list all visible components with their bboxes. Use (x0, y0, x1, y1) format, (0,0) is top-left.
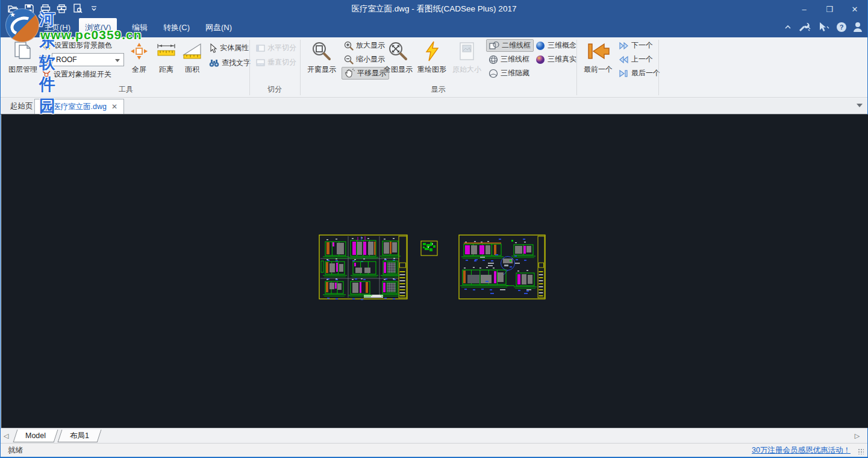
zoom-in-button[interactable]: 放大显示 (342, 39, 387, 52)
nav-last-button[interactable]: 最后一个 (616, 67, 663, 80)
collapse-ribbon-icon[interactable] (784, 25, 792, 30)
osnap-toggle-button[interactable]: 设置对象捕捉开关 (39, 68, 114, 81)
measure-area-button[interactable]: 面积 (180, 39, 204, 82)
window-controls: – ❒ ✕ (792, 0, 867, 18)
first-arrow-icon (586, 39, 610, 64)
group-label-display: 显示 (300, 84, 576, 95)
active-document-name: 医疗室立面.dwg (53, 102, 107, 112)
magnifier-fit-icon (388, 39, 408, 64)
cad-drawing (1, 114, 868, 428)
fullscreen-expand-icon (130, 39, 148, 64)
menu-home[interactable]: 主页(H) (38, 18, 76, 37)
fullscreen-button[interactable]: 全屏 (126, 39, 152, 82)
menu-file[interactable]: 文件 (5, 18, 33, 37)
dwg-file-icon (40, 102, 49, 111)
measure-distance-button[interactable]: 距离 (154, 39, 179, 82)
cursor-arrow-icon (209, 43, 217, 53)
status-bar: 就绪 30万注册会员感恩优惠活动！ (1, 443, 867, 457)
triangle-area-icon (183, 39, 202, 64)
menu-bar: 文件 主页(H) 浏览(V) 编辑 转换(C) 网盘(N) ? (1, 18, 867, 37)
group-label-tools: 工具 (5, 84, 246, 95)
tab-model[interactable]: Model (13, 430, 58, 442)
entity-properties-button[interactable]: 实体属性 (207, 42, 251, 54)
ribbon-right-tools: ? (784, 22, 863, 33)
pan-hand-icon (345, 69, 355, 78)
ruler-distance-icon (157, 39, 176, 64)
wireframe-2d-icon (489, 41, 499, 50)
close-button[interactable]: ✕ (842, 0, 867, 18)
original-size-icon (458, 39, 475, 64)
user-account-icon[interactable] (853, 22, 863, 33)
help-icon[interactable]: ? (836, 22, 847, 33)
layers-pages-icon (13, 39, 33, 64)
menu-netdisk[interactable]: 网盘(N) (199, 18, 238, 37)
concept-3d-button[interactable]: 三维概念 (533, 39, 579, 52)
zoom-out-icon (344, 55, 354, 64)
title-bar: 医疗室立面.dwg - 看图纸(CADSee Plus) 2017 – ❒ ✕ (1, 0, 867, 18)
layout-scroll-left-icon[interactable]: ◁ (1, 432, 11, 440)
zoom-in-icon (344, 41, 354, 51)
realistic-3d-button[interactable]: 三维真实 (533, 53, 579, 66)
magnifier-window-icon (311, 39, 332, 64)
wireframe-3d-icon (489, 55, 498, 64)
app-window: 医疗室立面.dwg - 看图纸(CADSee Plus) 2017 – ❒ ✕ … (0, 0, 868, 458)
snap-crosshair-icon (42, 70, 51, 80)
prev-chevrons-icon (619, 55, 629, 64)
redraw-button[interactable]: 重绘图形 (416, 39, 448, 82)
layout-scroll-right-icon[interactable]: ▷ (852, 432, 863, 440)
nav-next-button[interactable]: 下一个 (616, 39, 655, 52)
wireframe-2d-button[interactable]: 二维线框 (486, 39, 534, 52)
minimize-button[interactable]: – (792, 0, 817, 18)
set-bg-color-button[interactable]: 设置图形背景颜色 (39, 39, 114, 52)
window-title: 医疗室立面.dwg - 看图纸(CADSee Plus) 2017 (1, 0, 867, 18)
layer-select[interactable]: ROOF (52, 53, 124, 66)
last-arrow-icon (619, 69, 629, 78)
next-chevrons-icon (619, 42, 629, 50)
maximize-button[interactable]: ❒ (817, 0, 842, 18)
tab-active-document[interactable]: 医疗室立面.dwg ✕ (34, 99, 124, 114)
layer-manager-button[interactable]: 图层管理 (5, 39, 40, 82)
h-split-icon (256, 45, 265, 52)
nav-prev-button[interactable]: 上一个 (616, 53, 655, 66)
document-tab-bar: 起始页 医疗室立面.dwg ✕ (1, 98, 867, 114)
status-ready-text: 就绪 (8, 445, 23, 456)
vertical-split-button[interactable]: 垂直切分 (254, 56, 299, 69)
wireframe-3d-button[interactable]: 三维线框 (486, 53, 532, 66)
ribbon: 图层管理 设置图形背景颜色 ROOF 设置对象捕捉开关 全屏 距离 (1, 37, 867, 98)
menu-edit[interactable]: 编辑 (126, 18, 154, 37)
menu-convert[interactable]: 转换(C) (157, 18, 196, 37)
horizontal-split-button[interactable]: 水平切分 (254, 42, 299, 54)
find-text-button[interactable]: 查找文字 (207, 57, 253, 69)
layer-combo-icon-wrap (39, 54, 49, 66)
hidden-3d-icon (489, 69, 498, 78)
svg-text:?: ? (840, 24, 844, 31)
nav-first-button[interactable]: 最前一个 (581, 39, 616, 82)
hidden-3d-button[interactable]: 三维隐藏 (486, 67, 532, 80)
tab-start-page[interactable]: 起始页 (5, 98, 38, 114)
tab-list-dropdown-icon[interactable] (857, 104, 863, 107)
concept-sphere-icon (535, 41, 545, 51)
realistic-sphere-icon (535, 55, 545, 64)
v-split-icon (256, 59, 265, 66)
cursor-mode-icon[interactable] (817, 22, 830, 33)
original-size-button[interactable]: 原始大小 (451, 39, 482, 82)
zoom-out-button[interactable]: 缩小显示 (342, 53, 387, 66)
tab-layout1[interactable]: 布局1 (58, 430, 102, 442)
promo-link[interactable]: 30万注册会员感恩优惠活动！ (752, 445, 851, 456)
paint-bucket-icon (42, 41, 52, 51)
window-zoom-button[interactable]: 开窗显示 (304, 39, 339, 82)
cad-canvas[interactable] (1, 114, 868, 428)
lightning-icon (424, 39, 440, 64)
combo-dropdown-icon (115, 59, 120, 62)
menu-view-active[interactable]: 浏览(V) (79, 18, 117, 37)
layer-list-icon (39, 55, 49, 66)
tab-close-icon[interactable]: ✕ (110, 102, 119, 111)
binoculars-icon (209, 59, 219, 67)
resize-grip[interactable] (858, 448, 864, 454)
group-label-split: 切分 (249, 84, 300, 95)
wrench-settings-icon[interactable] (798, 22, 811, 33)
layout-tab-bar: ◁ Model 布局1 ▷ (1, 428, 867, 443)
fit-all-button[interactable]: 全图显示 (381, 39, 415, 82)
